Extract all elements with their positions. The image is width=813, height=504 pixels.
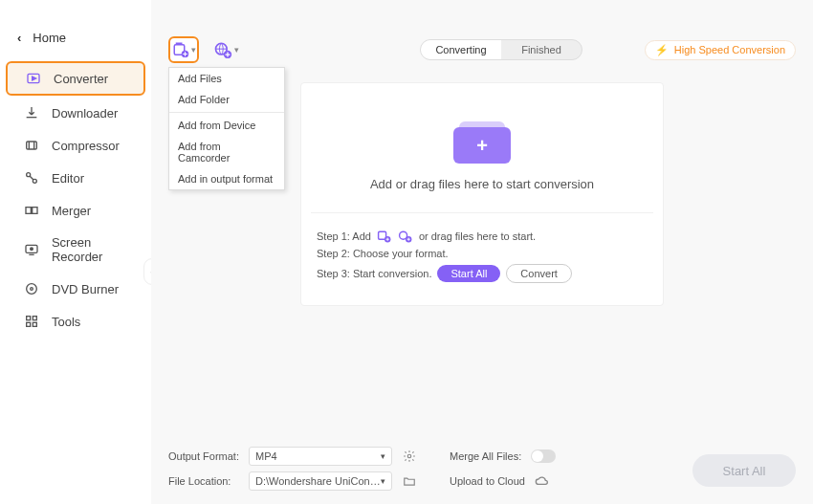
- convert-small-button[interactable]: Convert: [506, 264, 572, 283]
- output-format-label: Output Format:: [168, 450, 239, 462]
- upload-cloud-label: Upload to Cloud: [450, 475, 525, 487]
- sidebar-item-label: Screen Recorder: [52, 235, 145, 264]
- toolbar: ▾ Add Files Add Folder Add from Device A…: [168, 36, 796, 63]
- svg-point-33: [407, 454, 411, 458]
- sidebar-item-tools[interactable]: Tools: [6, 306, 145, 337]
- sidebar-item-label: Converter: [54, 72, 108, 86]
- downloader-icon: [23, 105, 40, 121]
- dropdown-separator: [169, 112, 284, 113]
- merge-all-toggle[interactable]: [531, 449, 556, 463]
- home-label: Home: [33, 31, 66, 45]
- merge-label: Merge All Files:: [450, 450, 521, 462]
- svg-line-13: [30, 176, 33, 180]
- start-all-small-button[interactable]: Start All: [437, 265, 500, 282]
- drop-zone[interactable]: + Add or drag files here to start conver…: [300, 82, 664, 306]
- dropdown-item-add-in-output-format[interactable]: Add in output format: [169, 168, 284, 189]
- dropdown-item-add-folder[interactable]: Add Folder: [169, 89, 284, 110]
- segment-finished[interactable]: Finished: [501, 40, 582, 59]
- svg-point-19: [27, 284, 37, 295]
- svg-rect-15: [33, 208, 37, 214]
- steps: Step 1: Add or drag files here to start.…: [311, 212, 653, 283]
- footer: Output Format: MP4 ▾ Merge All Files: Fi…: [168, 441, 796, 491]
- sidebar-item-converter[interactable]: Converter: [6, 61, 145, 96]
- sidebar-item-label: Downloader: [52, 106, 118, 121]
- folder-plus-icon: +: [453, 118, 511, 164]
- sidebar-item-compressor[interactable]: Compressor: [6, 130, 145, 161]
- hsc-label: High Speed Conversion: [674, 44, 785, 55]
- sidebar-item-screen-recorder[interactable]: Screen Recorder: [6, 228, 145, 272]
- dropdown-item-add-files[interactable]: Add Files: [169, 68, 284, 89]
- svg-rect-22: [33, 317, 36, 320]
- drop-zone-text: Add or drag files here to start conversi…: [311, 177, 653, 191]
- sidebar-item-downloader[interactable]: Downloader: [6, 98, 145, 128]
- sidebar-item-merger[interactable]: Merger: [6, 195, 145, 226]
- sidebar-item-label: Editor: [52, 171, 84, 186]
- compressor-icon: [23, 138, 40, 153]
- screen-recorder-icon: [23, 242, 40, 257]
- svg-rect-24: [33, 322, 36, 326]
- dvd-burner-icon: [23, 281, 40, 296]
- tools-icon: [23, 314, 40, 329]
- open-folder-icon[interactable]: [402, 473, 417, 489]
- svg-rect-8: [27, 142, 37, 149]
- svg-rect-23: [27, 322, 31, 326]
- file-plus-icon[interactable]: [377, 230, 392, 243]
- main-panel: ▾ Add Files Add Folder Add from Device A…: [151, 0, 813, 504]
- sidebar-item-dvd-burner[interactable]: DVD Burner: [6, 274, 145, 304]
- step1-text-a: Step 1: Add: [317, 230, 371, 242]
- step2-text: Step 2: Choose your format.: [317, 248, 449, 259]
- add-dropdown-menu: Add Files Add Folder Add from Device Add…: [168, 67, 285, 190]
- file-location-label: File Location:: [168, 475, 239, 487]
- converter-icon: [25, 71, 42, 86]
- chevron-down-icon: ▾: [381, 451, 385, 461]
- dropdown-item-add-from-camcorder[interactable]: Add from Camcorder: [169, 136, 284, 168]
- dropdown-item-add-from-device[interactable]: Add from Device: [169, 115, 284, 136]
- step1-text-b: or drag files here to start.: [419, 230, 536, 242]
- file-location-select[interactable]: D:\Wondershare UniConverter 1 ▾: [249, 471, 392, 491]
- sidebar-item-label: Merger: [52, 204, 91, 218]
- high-speed-conversion-button[interactable]: ⚡ High Speed Conversion: [645, 40, 796, 60]
- sidebar-item-label: DVD Burner: [52, 282, 119, 296]
- svg-point-20: [31, 288, 33, 291]
- settings-gear-icon[interactable]: [402, 449, 417, 464]
- sidebar-item-editor[interactable]: Editor: [6, 163, 145, 193]
- chevron-down-icon: ▾: [191, 45, 196, 55]
- svg-rect-21: [27, 317, 31, 320]
- file-location-value: D:\Wondershare UniConverter 1: [255, 475, 381, 487]
- chevron-down-icon: ▾: [234, 45, 239, 55]
- sidebar: ‹ Home Converter Downloader Compressor E…: [0, 0, 151, 504]
- sidebar-item-label: Compressor: [52, 139, 120, 153]
- output-format-value: MP4: [255, 450, 277, 462]
- add-files-button[interactable]: ▾ Add Files Add Folder Add from Device A…: [168, 36, 199, 63]
- step3-text: Step 3: Start conversion.: [317, 268, 431, 279]
- output-format-select[interactable]: MP4 ▾: [249, 447, 392, 466]
- svg-marker-7: [33, 77, 36, 80]
- editor-icon: [23, 170, 40, 186]
- add-url-button[interactable]: ▾: [212, 36, 239, 63]
- svg-point-17: [31, 248, 33, 251]
- merger-icon: [23, 203, 40, 218]
- chevron-down-icon: ▾: [381, 476, 385, 486]
- url-plus-icon[interactable]: [398, 230, 413, 243]
- svg-rect-14: [26, 208, 31, 214]
- segment-converting[interactable]: Converting: [421, 40, 501, 59]
- back-chevron-icon[interactable]: ‹: [17, 31, 21, 45]
- cloud-icon[interactable]: [535, 473, 550, 489]
- start-all-button[interactable]: Start All: [692, 454, 796, 487]
- status-segment: Converting Finished: [420, 39, 582, 60]
- sidebar-item-label: Tools: [52, 315, 80, 329]
- home-nav[interactable]: ‹ Home: [0, 27, 151, 60]
- lightning-icon: ⚡: [655, 44, 669, 56]
